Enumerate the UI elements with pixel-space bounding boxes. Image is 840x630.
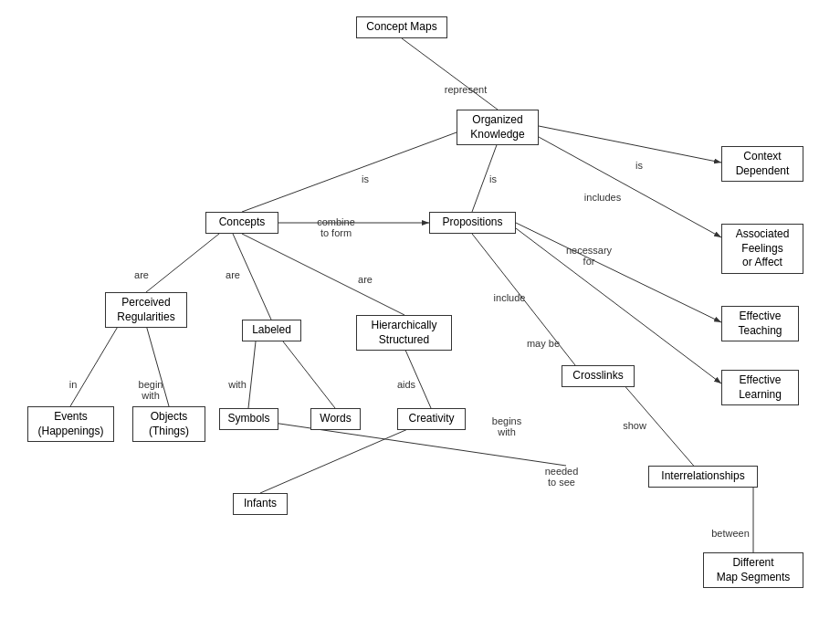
node-perceived_regularities: Perceived Regularities	[105, 292, 187, 328]
svg-line-2	[539, 126, 721, 163]
link-label-9: are	[358, 274, 373, 285]
link-label-6: necessary for	[566, 245, 612, 267]
node-context_dependent: Context Dependent	[721, 146, 803, 182]
node-labeled: Labeled	[242, 320, 301, 341]
node-effective_teaching: Effective Teaching	[721, 306, 799, 341]
node-effective_learning: Effective Learning	[721, 370, 799, 405]
concept-map: Concept MapsOrganized KnowledgeContext D…	[0, 0, 840, 630]
svg-line-3	[242, 132, 457, 212]
node-propositions: Propositions	[429, 212, 516, 234]
node-associated_feelings: Associated Feelings or Affect	[721, 224, 803, 274]
link-label-0: represent	[445, 84, 487, 95]
node-interrelationships: Interrelationships	[648, 466, 758, 488]
link-label-12: in	[69, 379, 78, 390]
link-label-15: aids	[397, 379, 415, 390]
link-label-18: needed to see	[545, 466, 579, 488]
link-label-8: are	[226, 269, 240, 280]
node-infants: Infants	[233, 493, 288, 515]
svg-line-1	[402, 38, 498, 110]
svg-line-17	[283, 341, 335, 408]
svg-line-7	[516, 223, 721, 322]
node-creativity: Creativity	[397, 408, 466, 430]
node-concepts: Concepts	[205, 212, 278, 234]
link-label-14: with	[228, 379, 247, 390]
node-events: Events (Happenings)	[27, 406, 114, 442]
node-words: Words	[310, 408, 361, 430]
link-label-16: begins with	[492, 415, 521, 437]
node-objects: Objects (Things)	[132, 406, 205, 442]
link-label-19: between	[711, 528, 750, 539]
link-label-5: is	[489, 173, 497, 184]
node-concept_maps: Concept Maps	[356, 16, 447, 38]
svg-line-16	[248, 341, 256, 408]
link-label-3: includes	[584, 192, 621, 203]
node-crosslinks: Crosslinks	[562, 365, 635, 387]
link-label-1: is	[362, 173, 369, 184]
link-label-10: include	[494, 292, 526, 303]
link-label-13: begin with	[139, 379, 163, 401]
svg-line-8	[516, 228, 721, 383]
svg-line-5	[539, 137, 721, 237]
svg-line-19	[260, 419, 431, 493]
link-label-17: show	[623, 420, 646, 431]
link-label-4: combine to form	[317, 216, 355, 238]
node-symbols: Symbols	[219, 408, 278, 430]
svg-line-9	[146, 234, 219, 292]
link-label-11: may be	[527, 338, 560, 349]
svg-line-11	[242, 234, 404, 315]
svg-line-13	[404, 348, 431, 408]
node-different_map_segments: Different Map Segments	[703, 552, 803, 588]
node-hierarchically_structured: Hierarchically Structured	[356, 315, 452, 351]
node-organized_knowledge: Organized Knowledge	[457, 110, 539, 145]
svg-line-14	[70, 325, 119, 406]
link-label-7: are	[134, 269, 149, 280]
link-label-2: is	[635, 160, 643, 171]
